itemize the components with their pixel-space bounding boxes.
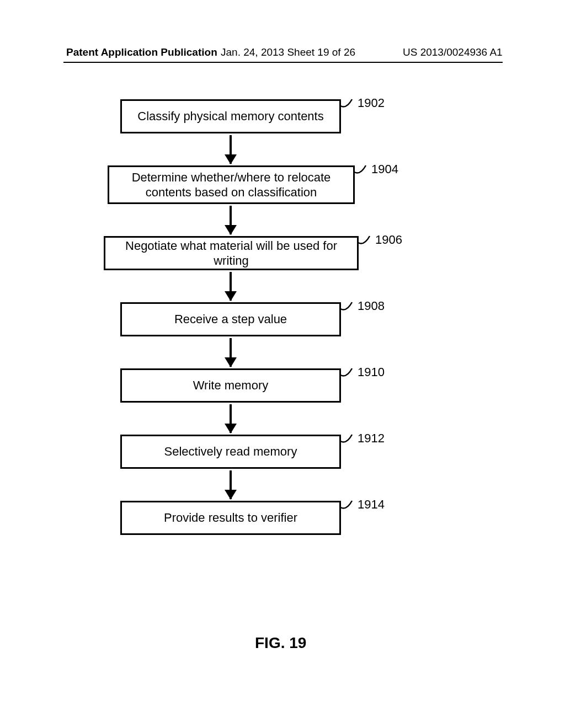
flow-step-ref: 1904 — [371, 162, 398, 176]
flow-step-text: Negotiate what material will be used for… — [110, 238, 353, 269]
flow-step-ref: 1902 — [358, 96, 385, 110]
header-publication-type: Patent Application Publication — [66, 46, 217, 58]
leader-hook — [340, 367, 355, 383]
leader-hook — [340, 301, 355, 317]
leader-hook — [340, 433, 355, 449]
flow-arrow — [230, 206, 232, 234]
flow-step: Classify physical memory contents — [120, 99, 341, 133]
flow-step-ref: 1906 — [375, 233, 402, 247]
flow-step-text: Write memory — [193, 378, 269, 393]
flow-step-text: Receive a step value — [174, 312, 287, 327]
flow-step: Provide results to verifier — [120, 501, 341, 535]
leader-hook — [340, 98, 355, 114]
figure-caption: FIG. 19 — [255, 634, 306, 652]
flow-step: Negotiate what material will be used for… — [104, 236, 359, 270]
page: Patent Application Publication Jan. 24, … — [0, 0, 565, 728]
flow-step: Selectively read memory — [120, 435, 341, 469]
flow-arrow — [230, 404, 232, 433]
flow-arrow — [230, 470, 232, 499]
flow-step-ref: 1908 — [358, 299, 385, 313]
flow-step: Write memory — [120, 368, 341, 403]
flow-step-text: Selectively read memory — [164, 444, 297, 459]
flow-step-text: Determine whether/where to relocate cont… — [114, 170, 349, 200]
flow-step-ref: 1912 — [358, 431, 385, 446]
leader-hook — [354, 164, 369, 180]
leader-hook — [358, 235, 373, 250]
flow-step-ref: 1910 — [358, 365, 385, 379]
flow-step-text: Provide results to verifier — [164, 510, 297, 526]
flow-step-ref: 1914 — [358, 497, 385, 512]
flow-arrow — [230, 135, 232, 164]
flow-step-text: Classify physical memory contents — [137, 109, 323, 124]
header-rule — [63, 62, 503, 63]
header-pub-number: US 2013/0024936 A1 — [403, 46, 503, 58]
flow-step: Receive a step value — [120, 302, 341, 336]
flow-step: Determine whether/where to relocate cont… — [108, 165, 355, 204]
header-date-sheet: Jan. 24, 2013 Sheet 19 of 26 — [221, 46, 355, 58]
flow-arrow — [230, 338, 232, 367]
flow-arrow — [230, 272, 232, 301]
leader-hook — [340, 500, 355, 515]
